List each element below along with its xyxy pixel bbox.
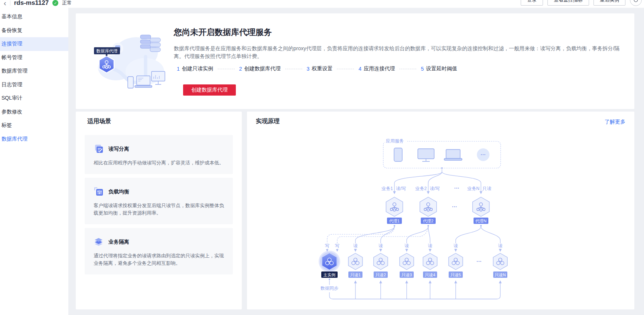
principle-panel: 实现原理 了解更多 — [247, 112, 634, 309]
sidebar-item-tags[interactable]: 标签 — [0, 119, 68, 132]
instance-badges: 主实例 只读1 只读2 只读3 只读4 只读5 只读N — [321, 271, 507, 278]
write-label-1: 写 — [325, 243, 329, 248]
laptop-base-icon — [444, 158, 462, 160]
write-paths: 写 写 — [325, 226, 428, 251]
step-number: 1 — [177, 66, 180, 72]
step-create-proxy: 2 创建数据库代理 — [239, 65, 281, 72]
step-separator — [285, 69, 302, 69]
proxy-node-2 — [420, 197, 437, 216]
replica-1-badge: 只读1 — [350, 273, 361, 277]
card-read-write-split: 读写分离 相比在应用程序内手动做读写分离，扩容灵活，维护成本低。 — [85, 135, 233, 174]
instance-name: rds-ms1127 — [14, 0, 49, 7]
step-separator — [218, 69, 235, 69]
step-label: 创建只读实例 — [182, 65, 213, 72]
replica-node-4 — [423, 253, 437, 270]
card-title: 读写分离 — [108, 146, 129, 152]
replica-2-badge: 只读2 — [375, 273, 386, 277]
card-title: 负载均衡 — [108, 189, 129, 195]
card-title: 业务隔离 — [108, 239, 129, 245]
primary-node — [319, 251, 340, 272]
banner-title: 您尚未开启数据库代理服务 — [174, 27, 272, 38]
step-label: 创建数据库代理 — [244, 65, 281, 72]
replica-node-5 — [449, 253, 463, 270]
sidebar-item-backup-restore[interactable]: 备份恢复 — [0, 24, 68, 38]
illustration-label-text: 数据库代理 — [96, 49, 118, 53]
illustration-label: 数据库代理 — [94, 47, 120, 54]
business-1-mode: 读/写 — [396, 186, 406, 191]
replica-node-n — [493, 253, 507, 270]
app-service-box: 应用服务 ··· — [383, 138, 501, 168]
refresh-icon — [633, 0, 638, 3]
sidebar-item-log-management[interactable]: 日志管理 — [0, 78, 68, 92]
replica-node-1 — [348, 253, 362, 270]
view-monitoring-button[interactable]: 查看监控指标 — [547, 0, 589, 6]
replica-n-badge: 只读N — [495, 273, 506, 277]
business-2-label: 业务2 — [415, 186, 427, 191]
read-label-2: 读 — [378, 243, 383, 248]
proxy-badges: 代理1 代理2 代理N — [387, 218, 488, 226]
sidebar-item-account-management[interactable]: 帐号管理 — [0, 51, 68, 65]
scenario-cards: 读写分离 相比在应用程序内手动做读写分离，扩容灵活，维护成本低。 负载均衡 客户… — [85, 135, 233, 278]
load-balancing-icon — [94, 187, 104, 197]
sidebar-item-database-proxy[interactable]: 数据库代理 — [0, 132, 68, 146]
sidebar: 基本信息 备份恢复 连接管理 帐号管理 数据库管理 日志管理 SQL审计 参数修… — [0, 8, 68, 315]
replica-ellipsis: ··· — [477, 258, 482, 264]
step-number: 3 — [307, 66, 310, 72]
step-label: 设置延时阈值 — [426, 65, 457, 72]
sidebar-item-parameter-modification[interactable]: 参数修改 — [0, 105, 68, 119]
step-number: 5 — [421, 66, 424, 72]
replica-node-2 — [374, 253, 388, 270]
create-proxy-button[interactable]: 创建数据库代理 — [183, 84, 236, 96]
replica-node-3 — [400, 253, 414, 270]
replica-5-badge: 只读5 — [451, 273, 461, 277]
business-n-label: 业务N — [467, 186, 479, 191]
sidebar-item-database-management[interactable]: 数据库管理 — [0, 64, 68, 78]
read-paths: 读 读 读 读 读 读 — [353, 226, 502, 251]
monitor-icon — [418, 149, 434, 159]
principle-title: 实现原理 — [256, 118, 280, 125]
header-divider — [10, 0, 10, 6]
proxy-node-1 — [386, 197, 403, 216]
header-actions: 登录 查看监控指标 重启实例 — [521, 0, 642, 6]
rds-instance-page: ‹ rds-ms1127 ✓ 正常 登录 查看监控指标 重启实例 基本信息 备份… — [0, 0, 644, 315]
step-label: 权重设置 — [312, 65, 332, 72]
card-description: 客户端读请求按权重分发至后端只读节点，数据库实例整体负载更加均衡，提升资源利用率… — [94, 202, 224, 217]
more-devices-ellipsis: ··· — [481, 152, 486, 158]
business-n-mode: 只读 — [482, 186, 491, 191]
step-label: 应用连接代理 — [364, 65, 395, 72]
step-create-readonly: 1 创建只读实例 — [177, 65, 213, 72]
sidebar-item-connection-management[interactable]: 连接管理 — [0, 37, 68, 51]
card-description: 相比在应用程序内手动做读写分离，扩容灵活，维护成本低。 — [94, 159, 224, 167]
card-description: 通过代理将指定业务的读请求路由到选定的只读实例上，实现业务隔离，避免多个业务之间… — [94, 252, 224, 267]
primary-badge: 主实例 — [323, 273, 336, 277]
learn-more-link[interactable]: 了解更多 — [605, 119, 625, 125]
step-delay-threshold: 5 设置延时阈值 — [421, 65, 457, 72]
step-number: 2 — [239, 66, 242, 72]
app-service-label: 应用服务 — [386, 138, 404, 144]
step-number: 4 — [358, 66, 361, 72]
read-write-split-icon — [94, 144, 104, 154]
step-separator — [337, 69, 354, 69]
phone-icon — [394, 148, 402, 161]
top-bar: ‹ rds-ms1127 ✓ 正常 登录 查看监控指标 重启实例 — [0, 0, 644, 8]
read-label-3: 读 — [404, 243, 409, 248]
login-button[interactable]: 登录 — [521, 0, 543, 6]
proxy-setup-steps: 1 创建只读实例 2 创建数据库代理 3 权重设置 4 应用连接代理 5 设置延… — [177, 65, 457, 72]
phone-icon — [128, 77, 133, 88]
business-1-label: 业务1 — [381, 186, 393, 191]
laptop-screen-icon — [137, 76, 150, 85]
business-ellipsis: ··· — [454, 185, 459, 191]
read-label-5: 读 — [453, 243, 458, 248]
label-connector-dot — [106, 54, 108, 56]
data-sync-bus: 数据同步 — [321, 279, 500, 299]
business-isolation-icon — [94, 237, 104, 247]
banner-description: 数据库代理服务是在应用服务和云数据库服务之间的proxy代理层，负责将应用的连接… — [174, 45, 621, 60]
sidebar-item-basic-info[interactable]: 基本信息 — [0, 10, 68, 24]
proxy-ellipsis: ··· — [452, 204, 457, 210]
refresh-button[interactable] — [630, 0, 642, 6]
replica-3-badge: 只读3 — [401, 273, 412, 277]
restart-instance-button[interactable]: 重启实例 — [593, 0, 625, 6]
back-icon[interactable]: ‹ — [4, 0, 6, 7]
step-app-connect: 4 应用连接代理 — [358, 65, 395, 72]
sidebar-item-sql-audit[interactable]: SQL审计 — [0, 91, 68, 105]
